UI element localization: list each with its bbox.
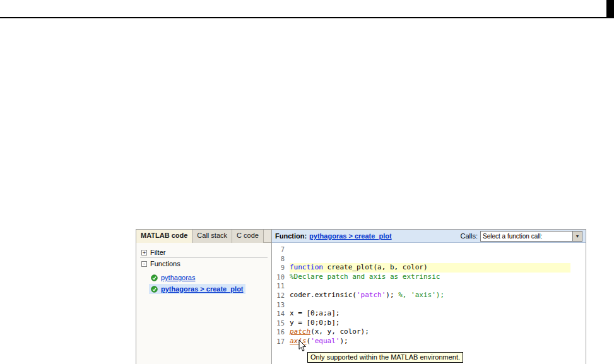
line-number: 8 [272,254,285,264]
line-content: patch(x, y, color); [290,327,570,337]
function-item-pythagoras[interactable]: pythagoras [149,273,197,283]
line-number: 14 [272,309,285,319]
line-content: coder.extrinsic('patch'); %, 'axis'); [290,291,570,300]
line-number: 11 [272,281,285,291]
line-content: %Declare patch and axis as extrinsic [290,273,570,282]
code-segment: (x, y, color); [310,327,369,336]
code-line: 17axis('equal'); [272,337,586,346]
code-line: 7 [272,245,586,254]
code-line: 13 [272,300,586,310]
line-number: 15 [272,319,285,328]
code-segment: x = [0;a;a]; [290,309,339,317]
function-header-link[interactable]: pythagoras > create_plot [309,232,392,240]
line-content: function create_plot(a, b, color) [290,263,570,273]
code-segment: ); [339,337,348,345]
code-line: 15y = [0;0;b]; [272,319,586,328]
function-icon [151,286,158,293]
line-number: 16 [272,327,285,337]
collapse-minus-icon[interactable]: - [141,261,147,267]
window-corner-block [606,0,614,17]
code-line: 14x = [0;a;a]; [272,309,586,319]
function-link[interactable]: pythagoras [161,274,195,281]
code-segment: coder.extrinsic( [290,291,357,299]
window-top-border [0,17,614,18]
calls-group: Calls: Select a function call: ▼ [460,231,582,242]
functions-label: Functions [150,260,180,267]
function-item-pythagoras-create-plot[interactable]: pythagoras > create_plot [149,284,245,294]
extrinsic-function-link[interactable]: patch [290,327,310,336]
function-link[interactable]: pythagoras > create_plot [161,285,244,293]
line-number: 13 [272,300,285,310]
left-panel: MATLAB codeCall stackC code + Filter - F… [136,230,272,364]
expand-plus-icon[interactable]: + [141,250,147,255]
code-segment: function [290,263,328,271]
code-segment: y = [0;0;b]; [290,319,339,327]
code-header: Function: pythagoras > create_plot Calls… [272,230,586,243]
tooltip: Only supported within the MATLAB environ… [307,352,463,363]
mouse-cursor-icon [298,340,307,354]
code-listing: 789function create_plot(a, b, color)10%D… [272,243,586,364]
code-line: 11 [272,281,586,291]
line-number: 10 [272,273,285,282]
screen: MATLAB codeCall stackC code + Filter - F… [0,0,614,364]
code-segment: ); [386,291,398,299]
code-segment: %Declare patch and axis as extrinsic [290,273,440,281]
line-content: axis('equal'); [290,337,570,346]
code-line: 16patch(x, y, color); [272,327,586,337]
code-segment: %, 'axis'); [398,291,444,299]
calls-label: Calls: [460,232,478,240]
code-segment: 'patch' [357,291,386,299]
dropdown-arrow-button[interactable]: ▼ [572,232,582,241]
function-list: pythagoraspythagoras > create_plot [149,273,269,295]
code-panel: Function: pythagoras > create_plot Calls… [272,230,586,364]
line-number: 12 [272,291,285,300]
line-number: 7 [272,245,285,254]
line-number: 9 [272,263,285,273]
chevron-down-icon: ▼ [576,234,580,238]
tab-bar: MATLAB codeCall stackC code [136,230,271,243]
filter-label: Filter [150,249,165,256]
code-line: 12coder.extrinsic('patch'); %, 'axis'); [272,291,586,300]
calls-dropdown-value: Select a function call: [483,233,572,240]
functions-section-header[interactable]: - Functions [141,260,180,267]
line-number: 17 [272,337,285,346]
calls-dropdown[interactable]: Select a function call: ▼ [480,231,582,242]
line-content: x = [0;a;a]; [290,309,570,319]
line-content [290,281,570,291]
tab-c-code[interactable]: C code [232,230,264,243]
code-generation-report: MATLAB codeCall stackC code + Filter - F… [136,229,586,364]
line-content [290,245,570,254]
code-line: 9function create_plot(a, b, color) [272,263,586,273]
function-icon [151,274,158,281]
function-label: Function: [275,232,307,240]
line-content [290,254,570,264]
line-content [290,300,570,310]
code-segment: create_plot(a, b, color) [328,263,428,271]
code-line: 8 [272,254,586,264]
filter-section-header[interactable]: + Filter [141,249,165,256]
code-line: 10%Declare patch and axis as extrinsic [272,273,586,282]
tab-matlab-code[interactable]: MATLAB code [136,230,192,243]
code-segment: 'equal' [310,337,339,345]
section-divider [140,257,268,258]
line-content: y = [0;0;b]; [290,319,570,328]
tab-call-stack[interactable]: Call stack [192,230,232,243]
